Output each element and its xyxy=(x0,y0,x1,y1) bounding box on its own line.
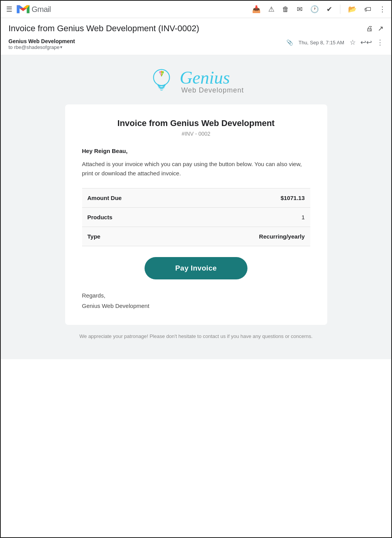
star-icon[interactable]: ☆ xyxy=(350,38,356,47)
mail-icon[interactable]: ✉ xyxy=(297,5,303,13)
email-footer: We appreciate your patronage! Please don… xyxy=(64,325,328,348)
move-icon[interactable]: 📂 xyxy=(348,5,357,13)
products-value: 1 xyxy=(183,208,310,227)
subject-icons: 🖨 ↗ xyxy=(366,24,384,33)
amount-due-row: Amount Due $1071.13 xyxy=(82,188,310,208)
toolbar-separator xyxy=(340,5,340,14)
products-row: Products 1 xyxy=(82,208,310,227)
email-meta: Genius Web Development to rbe@shadesofgr… xyxy=(1,37,391,55)
svg-point-8 xyxy=(162,71,164,73)
paperclip-icon: 📎 xyxy=(286,39,293,45)
amount-due-value: $1071.13 xyxy=(183,188,310,208)
gmail-app-name: Gmail xyxy=(32,5,51,14)
toolbar: ☰ Gmail 📥 ⚠ 🗑 ✉ 🕐 ✔ 📂 🏷 xyxy=(1,1,391,18)
regards-line1: Regards, xyxy=(82,292,106,299)
gmail-logo: Gmail xyxy=(16,4,51,15)
invoice-message: Attached is your invoice which you can p… xyxy=(82,160,310,178)
more-vert-icon[interactable]: ⋮ xyxy=(379,5,386,13)
regards: Regards, Genius Web Development xyxy=(82,290,310,311)
email-subject: Invoice from Genius Web Development (INV… xyxy=(8,24,362,34)
gmail-logo-icon xyxy=(16,4,30,15)
regards-line2: Genius Web Development xyxy=(82,303,150,309)
label-icon[interactable]: 🏷 xyxy=(364,5,371,13)
invoice-greeting: Hey Reign Beau, xyxy=(82,148,310,154)
chevron-down-icon[interactable]: ▾ xyxy=(60,45,62,50)
pay-invoice-button[interactable]: Pay Invoice xyxy=(145,257,248,279)
sender-name: Genius Web Development xyxy=(8,38,286,44)
more-options-icon[interactable]: ⋮ xyxy=(377,38,384,47)
tasks-icon[interactable]: ✔ xyxy=(326,5,332,13)
bulb-icon xyxy=(148,66,175,97)
pay-button-wrap: Pay Invoice xyxy=(82,257,310,279)
company-logo-section: Genius Web Development xyxy=(148,66,244,97)
meta-right: 📎 Thu, Sep 8, 7:15 AM ☆ ↩↩ ⋮ xyxy=(286,38,384,47)
report-icon[interactable]: ⚠ xyxy=(268,5,274,13)
company-name-wrap: Genius Web Development xyxy=(180,68,244,94)
print-icon[interactable]: 🖨 xyxy=(366,25,373,33)
type-value: Recurring/yearly xyxy=(183,227,310,246)
reply-all-icon[interactable]: ↩↩ xyxy=(360,38,372,47)
invoice-title: Invoice from Genius Web Development xyxy=(82,118,310,128)
sender-to: to rbe@shadesofgrape ▾ xyxy=(8,44,286,50)
type-row: Type Recurring/yearly xyxy=(82,227,310,246)
toolbar-left: ☰ Gmail xyxy=(6,4,245,15)
company-tagline: Web Development xyxy=(180,86,244,94)
invoice-card: Invoice from Genius Web Development #INV… xyxy=(65,104,327,325)
email-date: Thu, Sep 8, 7:15 AM xyxy=(298,40,344,45)
email-body-area: Genius Web Development Invoice from Geni… xyxy=(1,55,391,359)
invoice-info-table: Amount Due $1071.13 Products 1 Type Recu… xyxy=(82,188,310,246)
open-external-icon[interactable]: ↗ xyxy=(378,24,384,33)
hamburger-icon[interactable]: ☰ xyxy=(6,5,12,13)
archive-icon[interactable]: 📥 xyxy=(252,5,261,13)
snooze-icon[interactable]: 🕐 xyxy=(310,5,319,13)
amount-due-label: Amount Due xyxy=(82,188,183,208)
type-label: Type xyxy=(82,227,183,246)
meta-action-icons: ☆ ↩↩ ⋮ xyxy=(350,38,384,47)
company-script-name: Genius xyxy=(180,68,230,88)
footer-text: We appreciate your patronage! Please don… xyxy=(79,333,313,339)
email-subject-bar: Invoice from Genius Web Development (INV… xyxy=(1,18,391,37)
invoice-number: #INV - 0002 xyxy=(82,131,310,137)
sender-info: Genius Web Development to rbe@shadesofgr… xyxy=(8,38,286,50)
toolbar-actions: 📥 ⚠ 🗑 ✉ 🕐 ✔ 📂 🏷 ⋮ xyxy=(252,5,386,14)
products-label: Products xyxy=(82,208,183,227)
delete-icon[interactable]: 🗑 xyxy=(282,5,289,13)
